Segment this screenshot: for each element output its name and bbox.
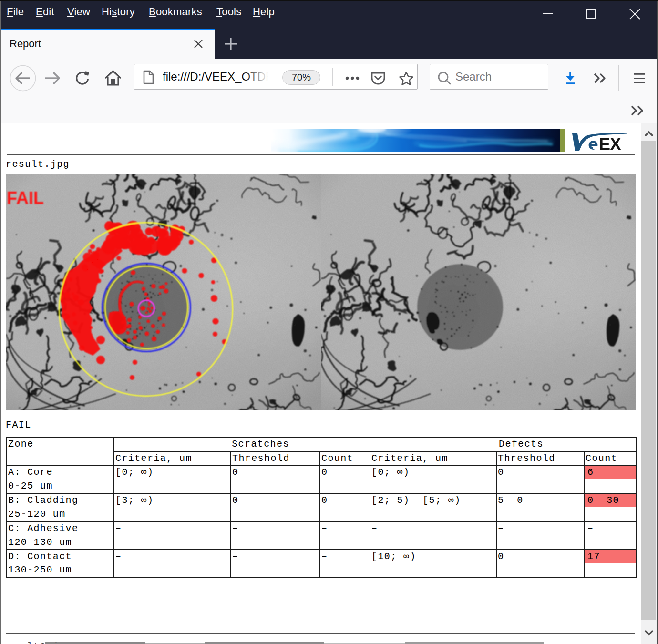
svg-text:FAIL: FAIL: [7, 188, 44, 208]
svg-text:EX: EX: [599, 134, 621, 152]
